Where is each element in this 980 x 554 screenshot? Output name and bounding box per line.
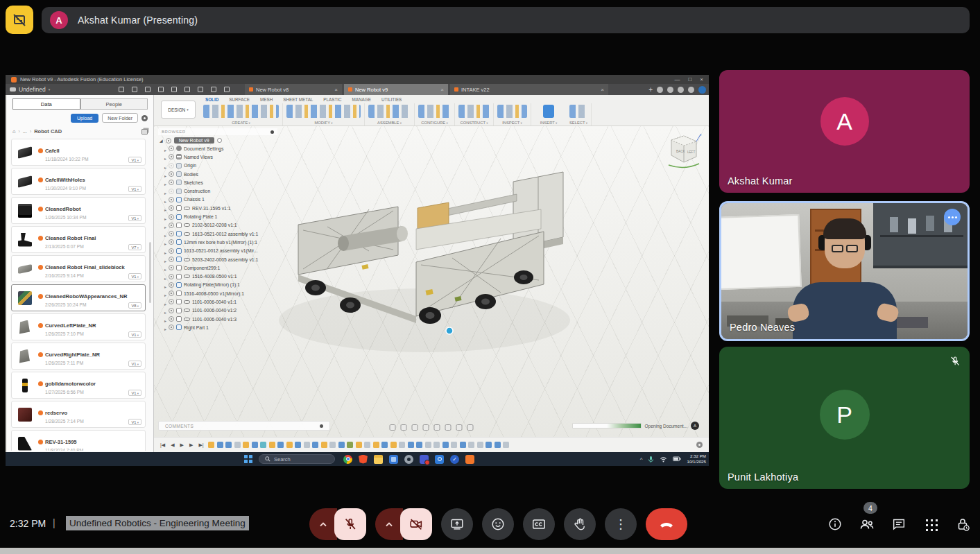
ribbon-group[interactable]: CONFIGURE — [415, 103, 455, 125]
notifications-icon[interactable] — [678, 87, 684, 93]
timeline-feature-icon[interactable] — [416, 442, 422, 448]
meeting-name[interactable]: Undefined Robotics - Engineering Meeting — [66, 516, 249, 530]
chat-button[interactable] — [891, 516, 907, 533]
ribbon-tab[interactable]: MANAGE — [352, 97, 371, 102]
data-panel-tab[interactable]: Data — [12, 98, 80, 110]
file-version-dropdown[interactable]: V1 — [128, 157, 141, 163]
shared-content-thumbnail[interactable] — [6, 6, 33, 34]
timeline-feature-icon[interactable] — [252, 442, 258, 448]
document-tab[interactable]: New Robot v8 × — [245, 84, 342, 95]
start-button[interactable] — [244, 455, 252, 463]
file-card[interactable]: Cafell 11/18/2024 10:22 PM V1 — [11, 139, 146, 166]
ribbon-group[interactable]: INSERT — [531, 103, 566, 125]
file-card[interactable]: REV-31-1595 11/8/2024 7:40 PM — [11, 430, 146, 451]
taskbar-app-icon[interactable] — [374, 455, 383, 464]
timeline-feature-icon[interactable] — [347, 442, 353, 448]
expand-caret-icon[interactable] — [164, 321, 166, 334]
participant-tile-pedro[interactable]: Pedro Neaves — [719, 201, 970, 341]
view-toggle-icon[interactable] — [141, 129, 148, 135]
timeline-feature-icon[interactable] — [399, 442, 405, 448]
file-version-dropdown[interactable]: V1 — [128, 273, 141, 279]
taskbar-app-icon[interactable] — [420, 455, 429, 464]
ribbon-tab[interactable]: UTILITIES — [381, 97, 402, 102]
browser-tree-item[interactable]: 2102-5012-0208 v1:1 — [158, 221, 277, 230]
ribbon-group[interactable]: SELECT — [566, 103, 592, 125]
file-version-dropdown[interactable]: V1 — [128, 361, 141, 367]
ribbon-group-icons[interactable] — [203, 105, 279, 118]
comments-bar[interactable]: COMMENTS — [158, 421, 330, 431]
playback-button[interactable]: ◀ — [171, 442, 174, 448]
visibility-icon[interactable] — [169, 239, 174, 245]
browser-tree-item[interactable]: 5203-2402-0005 assembly v1:1 — [158, 255, 277, 263]
timeline-feature-icon[interactable] — [460, 442, 466, 448]
home-icon[interactable]: ⌂ — [12, 128, 16, 135]
appbar-icon[interactable] — [171, 86, 178, 93]
taskbar-app-icon[interactable] — [359, 455, 368, 464]
playback-button[interactable]: |◀ — [160, 442, 165, 448]
file-card[interactable]: CleanedRoboWAppearances_NR 2/26/2025 10:… — [11, 284, 146, 311]
timeline-feature-icon[interactable] — [503, 442, 509, 448]
account-avatar[interactable] — [698, 86, 706, 94]
workspace-menu[interactable]: DESIGN — [161, 101, 196, 119]
job-status-icon[interactable] — [667, 87, 673, 93]
browser-tree-item[interactable]: 12mm rex bore hub v1(Mirror) (1):1 — [158, 238, 277, 246]
browser-root-node[interactable]: ◢ New Robot v9 — [160, 137, 277, 144]
file-version-dropdown[interactable]: V1 — [128, 186, 141, 192]
visibility-icon[interactable] — [169, 223, 174, 228]
timeline-feature-icon[interactable] — [295, 442, 301, 448]
breadcrumb-ellipsis[interactable]: ... — [23, 128, 27, 135]
battery-icon[interactable] — [673, 456, 681, 462]
appbar-icon[interactable] — [210, 86, 217, 93]
ribbon-tab[interactable]: SOLID — [205, 97, 218, 102]
timeline-settings-icon[interactable] — [696, 442, 703, 448]
ribbon-group[interactable]: CREATE — [200, 103, 283, 125]
taskbar-app-icon[interactable] — [404, 455, 413, 464]
new-tab-button[interactable]: + — [648, 86, 653, 94]
taskbar-app-icon[interactable] — [435, 455, 444, 464]
appbar-icon[interactable] — [118, 86, 125, 93]
raise-hand-button[interactable] — [564, 508, 596, 540]
file-card[interactable]: redservo 1/28/2025 7:14 PM V1 — [11, 401, 146, 428]
appbar-icon[interactable] — [157, 86, 164, 93]
taskbar-app-icon[interactable] — [343, 455, 352, 464]
mic-options-button[interactable] — [309, 508, 337, 540]
visibility-icon[interactable] — [169, 324, 174, 330]
data-panel-tab[interactable]: People — [80, 98, 148, 110]
visibility-icon[interactable] — [169, 299, 174, 304]
timeline-feature-icon[interactable] — [477, 442, 483, 448]
nav-icon[interactable] — [412, 424, 418, 431]
appbar-icon[interactable] — [197, 86, 204, 93]
timeline-feature-icon[interactable] — [451, 442, 457, 448]
visibility-icon[interactable] — [169, 197, 174, 202]
captions-button[interactable] — [523, 508, 555, 540]
ribbon-tab[interactable]: SURFACE — [229, 97, 250, 102]
timeline-feature-icon[interactable] — [364, 442, 370, 448]
tray-clock[interactable]: 2:32 PM 10/1/2025 — [687, 453, 706, 465]
timeline-feature-icon[interactable] — [260, 442, 266, 448]
timeline-feature-icon[interactable] — [217, 442, 223, 448]
extensions-icon[interactable] — [657, 87, 663, 93]
visibility-icon[interactable] — [169, 154, 174, 159]
ribbon-group-icons[interactable] — [418, 105, 451, 118]
timeline-feature-icon[interactable] — [312, 442, 318, 448]
browser-tree-item[interactable]: 1101-0006-0040 v1:2 — [158, 306, 277, 315]
file-card[interactable]: CafellWithHoles 11/30/2024 9:10 PM V1 — [11, 168, 146, 195]
timeline-feature-icon[interactable] — [442, 442, 449, 448]
timeline-feature-icon[interactable] — [495, 442, 501, 448]
timeline-feature-icon[interactable] — [433, 442, 440, 448]
nav-icon[interactable] — [445, 424, 452, 431]
appbar-icon[interactable] — [144, 86, 151, 93]
ribbon-group-icons[interactable] — [286, 105, 361, 118]
tile-options-button[interactable] — [944, 209, 961, 225]
ribbon-group[interactable]: ASSEMBLE — [365, 103, 415, 125]
new-folder-button[interactable]: New Folder — [102, 113, 138, 123]
visibility-icon[interactable] — [169, 274, 174, 279]
timeline-feature-icon[interactable] — [485, 442, 492, 448]
reactions-button[interactable] — [482, 508, 514, 540]
browser-tree-item[interactable]: Rotating Plate 1 — [158, 212, 277, 220]
file-card[interactable]: CleanedRobot 1/26/2025 10:34 PM V1 — [11, 197, 146, 224]
ribbon-group-icons[interactable] — [569, 105, 587, 118]
visibility-icon[interactable] — [169, 282, 174, 288]
browser-tree-item[interactable]: Bodies — [158, 170, 277, 178]
upload-button[interactable]: Upload — [71, 114, 98, 123]
